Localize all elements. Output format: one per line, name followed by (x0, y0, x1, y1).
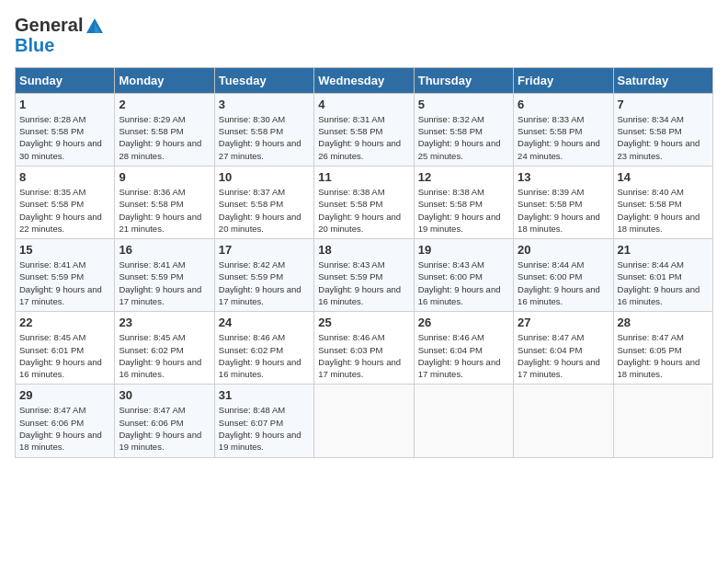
weekday-header-friday: Friday (514, 67, 613, 93)
day-detail: Sunrise: 8:43 AMSunset: 6:00 PMDaylight:… (418, 259, 509, 307)
day-number: 20 (518, 243, 609, 257)
calendar-cell: 4 Sunrise: 8:31 AMSunset: 5:58 PMDayligh… (314, 93, 414, 166)
calendar-week-1: 1 Sunrise: 8:28 AMSunset: 5:58 PMDayligh… (16, 93, 713, 166)
day-detail: Sunrise: 8:41 AMSunset: 5:59 PMDaylight:… (19, 259, 110, 307)
day-number: 6 (518, 98, 609, 111)
calendar-cell: 13 Sunrise: 8:39 AMSunset: 5:58 PMDaylig… (514, 166, 613, 238)
calendar-cell: 31 Sunrise: 8:48 AMSunset: 6:07 PMDaylig… (214, 385, 313, 457)
day-detail: Sunrise: 8:38 AMSunset: 5:58 PMDaylight:… (418, 186, 509, 235)
day-number: 21 (618, 243, 709, 257)
calendar-cell: 16 Sunrise: 8:41 AMSunset: 5:59 PMDaylig… (115, 239, 214, 312)
day-number: 15 (19, 243, 110, 257)
calendar-cell: 11 Sunrise: 8:38 AMSunset: 5:58 PMDaylig… (314, 166, 414, 238)
day-number: 24 (219, 316, 310, 329)
logo-icon (85, 17, 105, 37)
day-number: 1 (19, 98, 110, 111)
day-detail: Sunrise: 8:39 AMSunset: 5:58 PMDaylight:… (518, 186, 609, 235)
day-detail: Sunrise: 8:35 AMSunset: 5:58 PMDaylight:… (19, 186, 110, 235)
calendar-cell: 17 Sunrise: 8:42 AMSunset: 5:59 PMDaylig… (214, 239, 313, 312)
day-detail: Sunrise: 8:45 AMSunset: 6:02 PMDaylight:… (119, 331, 210, 380)
calendar-cell (414, 385, 513, 457)
day-detail: Sunrise: 8:48 AMSunset: 6:07 PMDaylight:… (219, 404, 310, 453)
day-number: 11 (318, 170, 409, 184)
day-detail: Sunrise: 8:38 AMSunset: 5:58 PMDaylight:… (318, 186, 409, 235)
day-detail: Sunrise: 8:33 AMSunset: 5:58 PMDaylight:… (518, 113, 609, 162)
weekday-header-thursday: Thursday (414, 67, 513, 93)
day-detail: Sunrise: 8:36 AMSunset: 5:58 PMDaylight:… (119, 186, 210, 235)
calendar-cell: 27 Sunrise: 8:47 AMSunset: 6:04 PMDaylig… (514, 312, 613, 385)
calendar-cell: 2 Sunrise: 8:29 AMSunset: 5:58 PMDayligh… (115, 93, 214, 166)
weekday-header-row: SundayMondayTuesdayWednesdayThursdayFrid… (16, 67, 713, 93)
calendar-cell: 25 Sunrise: 8:46 AMSunset: 6:03 PMDaylig… (314, 312, 414, 385)
day-detail: Sunrise: 8:41 AMSunset: 5:59 PMDaylight:… (119, 259, 210, 307)
day-number: 31 (219, 388, 310, 402)
day-detail: Sunrise: 8:29 AMSunset: 5:58 PMDaylight:… (119, 113, 210, 162)
day-number: 10 (219, 170, 310, 184)
page-header: General Blue (15, 15, 713, 56)
calendar-cell: 15 Sunrise: 8:41 AMSunset: 5:59 PMDaylig… (16, 239, 115, 312)
weekday-header-tuesday: Tuesday (214, 67, 313, 93)
calendar-cell: 26 Sunrise: 8:46 AMSunset: 6:04 PMDaylig… (414, 312, 513, 385)
day-detail: Sunrise: 8:43 AMSunset: 5:59 PMDaylight:… (318, 259, 409, 307)
day-detail: Sunrise: 8:28 AMSunset: 5:58 PMDaylight:… (19, 113, 110, 162)
day-detail: Sunrise: 8:32 AMSunset: 5:58 PMDaylight:… (418, 113, 509, 162)
calendar-cell: 14 Sunrise: 8:40 AMSunset: 5:58 PMDaylig… (613, 166, 712, 238)
calendar-week-4: 22 Sunrise: 8:45 AMSunset: 6:01 PMDaylig… (16, 312, 713, 385)
day-number: 4 (318, 98, 409, 111)
day-number: 3 (219, 98, 310, 111)
calendar-week-5: 29 Sunrise: 8:47 AMSunset: 6:06 PMDaylig… (16, 385, 713, 457)
calendar-cell: 5 Sunrise: 8:32 AMSunset: 5:58 PMDayligh… (414, 93, 513, 166)
day-detail: Sunrise: 8:46 AMSunset: 6:02 PMDaylight:… (219, 331, 310, 380)
day-detail: Sunrise: 8:34 AMSunset: 5:58 PMDaylight:… (618, 113, 709, 162)
weekday-header-sunday: Sunday (16, 67, 115, 93)
day-detail: Sunrise: 8:42 AMSunset: 5:59 PMDaylight:… (219, 259, 310, 307)
calendar-cell: 28 Sunrise: 8:47 AMSunset: 6:05 PMDaylig… (613, 312, 712, 385)
day-number: 12 (418, 170, 509, 184)
day-detail: Sunrise: 8:40 AMSunset: 5:58 PMDaylight:… (618, 186, 709, 235)
calendar-cell (613, 385, 712, 457)
day-number: 18 (318, 243, 409, 257)
weekday-header-wednesday: Wednesday (314, 67, 414, 93)
logo-text: General (15, 15, 105, 37)
calendar-cell: 18 Sunrise: 8:43 AMSunset: 5:59 PMDaylig… (314, 239, 414, 312)
day-number: 27 (518, 316, 609, 329)
calendar-cell: 29 Sunrise: 8:47 AMSunset: 6:06 PMDaylig… (16, 385, 115, 457)
calendar-cell: 24 Sunrise: 8:46 AMSunset: 6:02 PMDaylig… (214, 312, 313, 385)
day-detail: Sunrise: 8:44 AMSunset: 6:01 PMDaylight:… (618, 259, 709, 307)
calendar-cell: 20 Sunrise: 8:44 AMSunset: 6:00 PMDaylig… (514, 239, 613, 312)
logo-blue: Blue (15, 35, 105, 56)
calendar-cell: 21 Sunrise: 8:44 AMSunset: 6:01 PMDaylig… (613, 239, 712, 312)
day-detail: Sunrise: 8:30 AMSunset: 5:58 PMDaylight:… (219, 113, 310, 162)
calendar-cell: 22 Sunrise: 8:45 AMSunset: 6:01 PMDaylig… (16, 312, 115, 385)
calendar-table: SundayMondayTuesdayWednesdayThursdayFrid… (15, 67, 713, 458)
day-detail: Sunrise: 8:47 AMSunset: 6:04 PMDaylight:… (518, 331, 609, 380)
calendar-cell: 1 Sunrise: 8:28 AMSunset: 5:58 PMDayligh… (16, 93, 115, 166)
day-number: 30 (119, 388, 210, 402)
calendar-cell: 8 Sunrise: 8:35 AMSunset: 5:58 PMDayligh… (16, 166, 115, 238)
calendar-cell (314, 385, 414, 457)
weekday-header-monday: Monday (115, 67, 214, 93)
calendar-cell: 10 Sunrise: 8:37 AMSunset: 5:58 PMDaylig… (214, 166, 313, 238)
day-number: 28 (618, 316, 709, 329)
day-number: 8 (19, 170, 110, 184)
day-detail: Sunrise: 8:46 AMSunset: 6:03 PMDaylight:… (318, 331, 409, 380)
weekday-header-saturday: Saturday (613, 67, 712, 93)
logo-general: General (15, 15, 83, 35)
calendar-cell: 30 Sunrise: 8:47 AMSunset: 6:06 PMDaylig… (115, 385, 214, 457)
day-number: 2 (119, 98, 210, 111)
day-number: 26 (418, 316, 509, 329)
day-detail: Sunrise: 8:47 AMSunset: 6:06 PMDaylight:… (19, 404, 110, 453)
day-detail: Sunrise: 8:44 AMSunset: 6:00 PMDaylight:… (518, 259, 609, 307)
calendar-cell: 23 Sunrise: 8:45 AMSunset: 6:02 PMDaylig… (115, 312, 214, 385)
calendar-cell: 6 Sunrise: 8:33 AMSunset: 5:58 PMDayligh… (514, 93, 613, 166)
calendar-cell: 9 Sunrise: 8:36 AMSunset: 5:58 PMDayligh… (115, 166, 214, 238)
calendar-week-3: 15 Sunrise: 8:41 AMSunset: 5:59 PMDaylig… (16, 239, 713, 312)
day-detail: Sunrise: 8:46 AMSunset: 6:04 PMDaylight:… (418, 331, 509, 380)
calendar-page: General Blue SundayMondayTuesdayWednesda… (0, 0, 728, 563)
day-number: 22 (19, 316, 110, 329)
calendar-cell: 19 Sunrise: 8:43 AMSunset: 6:00 PMDaylig… (414, 239, 513, 312)
day-number: 19 (418, 243, 509, 257)
calendar-cell: 12 Sunrise: 8:38 AMSunset: 5:58 PMDaylig… (414, 166, 513, 238)
day-number: 17 (219, 243, 310, 257)
day-detail: Sunrise: 8:47 AMSunset: 6:05 PMDaylight:… (618, 331, 709, 380)
